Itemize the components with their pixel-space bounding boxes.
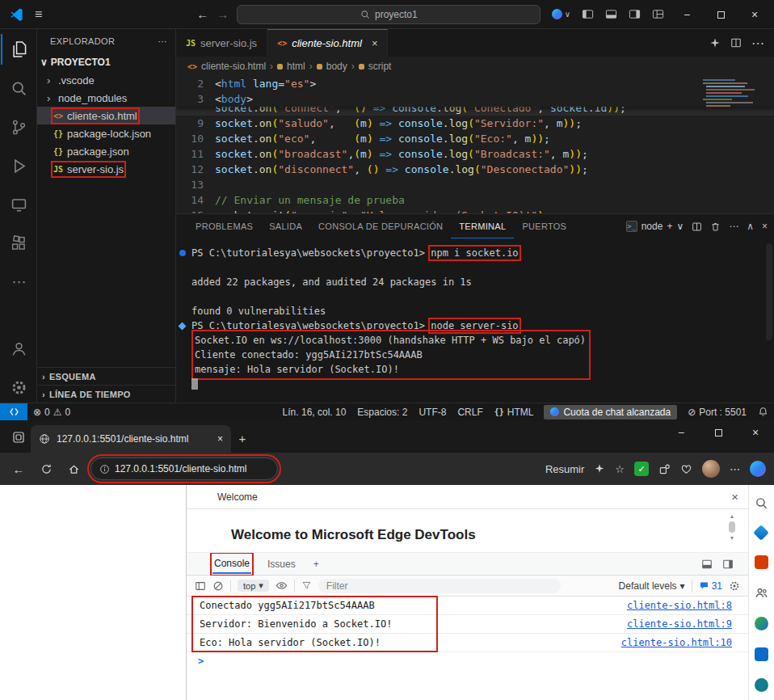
scroll-down-icon[interactable]: ▾ [730, 534, 734, 542]
maximize-button[interactable] [700, 420, 737, 445]
tab-ports[interactable]: PUERTOS [514, 215, 574, 238]
close-icon[interactable]: × [372, 37, 378, 49]
command-center-search[interactable]: proyecto1 [237, 5, 541, 24]
extension-badge-icon[interactable]: ✓ [634, 462, 649, 476]
live-server-port[interactable]: ⊘Port : 5501 [682, 407, 752, 418]
sidebar-m365-icon[interactable] [755, 555, 768, 569]
eye-icon[interactable] [276, 580, 288, 592]
explorer-item-package-lock[interactable]: {}package-lock.json [37, 124, 175, 142]
context-selector[interactable]: top▾ [238, 580, 269, 592]
minimize-button[interactable]: − [663, 420, 700, 445]
explorer-item-package[interactable]: {}package.json [37, 142, 175, 160]
browser-tab[interactable]: 127.0.0.1:5501/cliente-sio.html × [31, 425, 231, 453]
split-terminal-icon[interactable] [692, 221, 702, 232]
close-button[interactable]: × [743, 8, 766, 21]
add-tab-icon[interactable]: + [312, 555, 321, 573]
eol-sequence[interactable]: CRLF [452, 407, 488, 418]
devtools-welcome-tab[interactable]: Welcome [217, 491, 258, 503]
sidebar-tool-icon-7[interactable] [755, 678, 768, 692]
cursor-position[interactable]: Lín. 16, col. 10 [277, 407, 352, 418]
source-link[interactable]: cliente-sio.html:9 [627, 618, 748, 630]
settings-more-icon[interactable]: ⋯ [730, 463, 740, 475]
terminal[interactable]: PS C:\tutorialesya\websockets\proyecto1>… [176, 238, 774, 403]
shell-selector[interactable]: >_ node + ∨ [626, 221, 684, 232]
account-icon[interactable] [1, 333, 36, 364]
remote-explorer-icon[interactable] [1, 189, 36, 220]
sidebar-tool-icon-6[interactable] [755, 647, 768, 661]
search-view-icon[interactable] [1, 73, 36, 103]
new-terminal-icon[interactable]: + [667, 221, 672, 232]
tab-terminal[interactable]: TERMINAL [451, 215, 514, 238]
editor-more-icon[interactable]: ⋯ [751, 36, 764, 51]
explorer-root-folder[interactable]: ∨ PROYECTO1 [37, 53, 175, 71]
tab-cliente-sio[interactable]: <> cliente-sio.html × [267, 29, 388, 57]
devtools-settings-gear-icon[interactable] [729, 580, 740, 592]
maximize-panel-icon[interactable]: ∧ [747, 221, 754, 232]
copilot-sparkle-icon[interactable] [709, 37, 721, 48]
breadcrumb-body[interactable]: body [326, 61, 347, 72]
encoding[interactable]: UTF-8 [413, 407, 452, 418]
settings-gear-icon[interactable] [1, 372, 36, 403]
notifications-bell-icon[interactable] [752, 407, 774, 417]
favorites-star-icon[interactable]: ☆ [615, 463, 625, 475]
minimize-button[interactable]: − [675, 8, 698, 21]
problems-status[interactable]: ⊗0 ⚠0 [27, 407, 76, 418]
tab-server-sio[interactable]: JS server-sio.js [176, 29, 267, 57]
copilot-menu-icon[interactable]: ∨ [552, 9, 570, 19]
console-prompt[interactable]: > [187, 652, 748, 670]
tab-issues[interactable]: Issues [266, 555, 297, 573]
breadcrumb-script[interactable]: script [368, 61, 392, 72]
chat-quota-badge[interactable]: Cuota de chat alcanzada [544, 405, 677, 420]
clear-console-icon[interactable] [212, 580, 224, 592]
copilot-icon[interactable] [750, 461, 766, 477]
indentation[interactable]: Espacios: 2 [351, 407, 413, 418]
toggle-panel-icon[interactable] [605, 8, 617, 20]
home-icon[interactable] [63, 458, 84, 479]
console-message-row[interactable]: Eco: Hola servidor (Socket.IO)! cliente-… [187, 634, 748, 652]
console-message-row[interactable]: Conectado ygg5AIi217btSc54AAAB cliente-s… [187, 597, 748, 615]
source-link[interactable]: cliente-sio.html:10 [621, 637, 748, 648]
terminal-more-icon[interactable]: ⋯ [729, 221, 738, 232]
explorer-item-vscode[interactable]: ›.vscode [37, 71, 175, 89]
customize-layout-icon[interactable] [652, 8, 664, 20]
console-message-row[interactable]: Servidor: Bienvenido a Socket.IO! client… [187, 615, 748, 634]
explorer-item-node-modules[interactable]: ›node_modules [37, 89, 175, 107]
explorer-icon[interactable] [1, 34, 36, 65]
issues-counter[interactable]: 31 [699, 580, 722, 592]
console-filter-input[interactable] [318, 579, 561, 593]
close-panel-icon[interactable]: × [762, 221, 768, 232]
sidebar-people-icon[interactable] [755, 586, 768, 600]
dock-side-icon[interactable] [722, 559, 734, 570]
remote-indicator[interactable] [0, 403, 27, 421]
chevron-down-icon[interactable]: ∨ [676, 221, 684, 232]
explorer-item-cliente-sio[interactable]: <>cliente-sio.html [37, 107, 175, 124]
close-button[interactable]: × [737, 420, 774, 445]
breadcrumb-file[interactable]: cliente-sio.html [201, 61, 266, 72]
minimap[interactable] [701, 78, 764, 110]
language-mode[interactable]: {}HTML [489, 407, 540, 418]
kill-terminal-icon[interactable] [710, 221, 721, 232]
browser-essentials-icon[interactable] [680, 463, 692, 475]
dock-bottom-icon[interactable] [701, 559, 713, 570]
source-link[interactable]: cliente-sio.html:8 [627, 600, 748, 611]
summarize-label[interactable]: Resumir [545, 463, 584, 475]
toggle-secondary-sidebar-icon[interactable] [629, 8, 641, 20]
default-levels-dropdown[interactable]: Default levels▾ [619, 580, 685, 592]
console-sidebar-icon[interactable] [195, 580, 206, 592]
toggle-sidebar-icon[interactable] [582, 8, 594, 20]
source-control-icon[interactable] [1, 112, 36, 142]
terminal-scrollbar[interactable] [766, 243, 772, 340]
more-views-icon[interactable]: ⋯ [1, 267, 36, 297]
timeline-section[interactable]: ›LÍNEA DE TIEMPO [37, 385, 175, 403]
forward-icon[interactable]: → [217, 7, 229, 21]
summarize-icon[interactable] [594, 463, 605, 474]
tab-problems[interactable]: PROBLEMAS [187, 215, 261, 238]
menu-icon[interactable]: ≡ [35, 7, 42, 22]
new-tab-button[interactable]: + [231, 427, 254, 449]
sidebar-search-icon[interactable] [755, 496, 768, 510]
maximize-button[interactable] [709, 8, 732, 21]
back-icon[interactable]: ← [8, 458, 29, 479]
scroll-up-icon[interactable]: ▴ [730, 512, 734, 520]
scrollbar-thumb[interactable] [729, 521, 735, 533]
refresh-icon[interactable] [36, 458, 57, 479]
